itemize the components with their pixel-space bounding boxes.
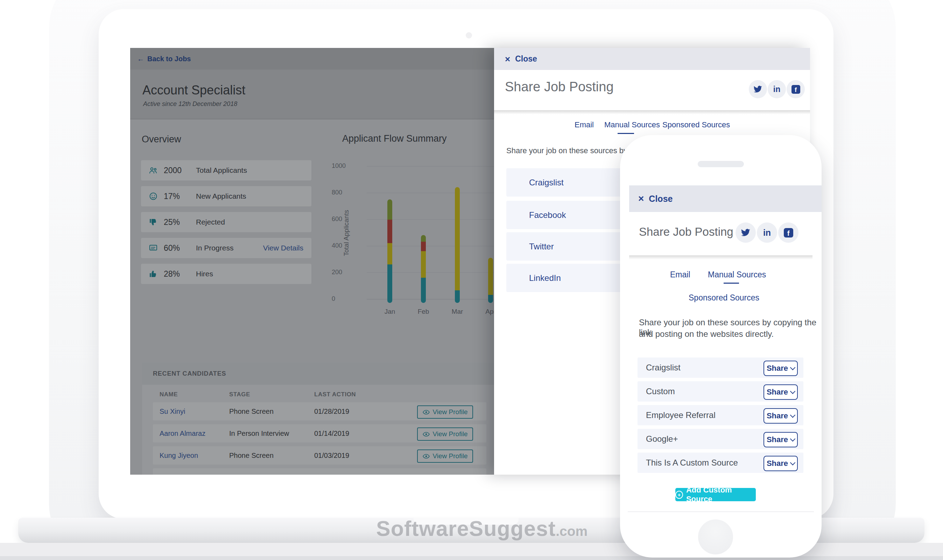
divider (628, 511, 814, 512)
twitter-share-button[interactable] (749, 80, 767, 98)
plus-icon: + (675, 491, 683, 499)
source-row-employee-referral: Employee Referral Share (638, 405, 803, 425)
share-dropdown-button[interactable]: Share (763, 432, 798, 448)
source-label: Twitter (529, 232, 554, 261)
linkedin-icon: in (763, 228, 771, 238)
laptop-camera (466, 32, 472, 38)
phone-close-bar[interactable]: × Close (629, 185, 821, 212)
linkedin-icon: in (773, 85, 780, 94)
watermark: SoftwareSuggest.com (376, 516, 587, 541)
facebook-icon: f (792, 85, 800, 94)
share-label: Share (767, 411, 788, 420)
share-label: Share (767, 435, 788, 444)
share-dropdown-button[interactable]: Share (763, 385, 798, 400)
source-row-this-is-a-custom-source: This Is A Custom Source Share (638, 452, 803, 473)
source-label: Custom (646, 381, 675, 402)
tab-sponsored-sources[interactable]: Sponsored Sources (689, 293, 759, 303)
phone-speaker (698, 161, 744, 167)
dialog-title: Share Job Posting (639, 225, 733, 238)
active-tab-underline (724, 283, 739, 284)
dialog-close-bar[interactable]: × Close (494, 48, 810, 70)
facebook-share-button[interactable]: f (787, 80, 805, 98)
chevron-down-icon (790, 365, 796, 370)
facebook-icon: f (784, 228, 793, 237)
source-label: LinkedIn (529, 264, 561, 292)
share-label: Share (767, 388, 788, 397)
source-label: Google+ (646, 429, 678, 449)
source-row-custom: Custom Share (638, 381, 803, 402)
chevron-down-icon (790, 436, 796, 442)
source-row-craigslist: Craigslist Share (638, 357, 803, 378)
share-dropdown-button[interactable]: Share (763, 361, 798, 376)
source-row-google-plus: Google+ Share (638, 429, 803, 449)
phone-home-button (698, 519, 733, 554)
close-icon: × (505, 55, 510, 64)
floor-edge (0, 556, 943, 560)
watermark-brand: SoftwareSuggest (376, 516, 556, 541)
share-dropdown-button[interactable]: Share (763, 408, 798, 424)
tab-sponsored-sources[interactable]: Sponsored Sources (663, 120, 730, 129)
close-icon: × (638, 194, 644, 203)
twitter-icon (753, 85, 763, 94)
twitter-share-button[interactable] (735, 223, 756, 243)
tab-manual-sources[interactable]: Manual Sources (708, 270, 766, 280)
close-label: Close (515, 54, 537, 64)
source-label: Employee Referral (646, 405, 716, 425)
chevron-down-icon (790, 460, 796, 465)
close-label: Close (649, 194, 673, 204)
tab-email[interactable]: Email (670, 270, 690, 280)
header-shadow (629, 255, 812, 260)
dialog-title: Share Job Posting (505, 79, 614, 94)
share-label: Share (767, 459, 788, 468)
chevron-down-icon (790, 388, 796, 394)
source-label: Facebook (529, 201, 566, 229)
add-custom-source-label: Add Custom Source (686, 486, 756, 504)
watermark-suffix: .com (556, 524, 587, 539)
tab-email[interactable]: Email (575, 120, 594, 129)
dialog-description: and posting on the websites directly. (639, 329, 774, 339)
phone-mockup: × Close Share Job Posting in f Email Man… (620, 135, 821, 558)
twitter-icon (741, 228, 750, 237)
linkedin-share-button[interactable]: in (757, 223, 777, 243)
facebook-share-button[interactable]: f (778, 223, 798, 243)
tab-manual-sources[interactable]: Manual Sources (604, 120, 660, 129)
chevron-down-icon (790, 412, 796, 418)
share-label: Share (767, 364, 788, 373)
header-shadow (494, 110, 810, 114)
add-custom-source-button[interactable]: + Add Custom Source (675, 488, 756, 501)
share-dropdown-button[interactable]: Share (763, 456, 798, 471)
linkedin-share-button[interactable]: in (768, 80, 786, 98)
source-label: Craigslist (646, 357, 681, 378)
active-tab-underline (618, 133, 634, 134)
source-label: This Is A Custom Source (646, 452, 738, 473)
source-label: Craigslist (529, 168, 564, 197)
